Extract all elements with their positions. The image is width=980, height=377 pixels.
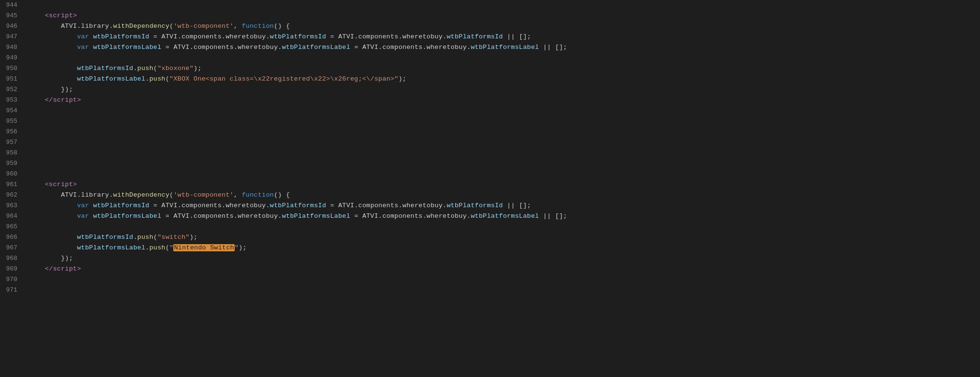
line-content: wtbPlatformsId.push("xboxone"); — [25, 63, 980, 74]
line-number: 966 — [0, 232, 25, 243]
line-number: 948 — [0, 42, 25, 53]
line-number: 950 — [0, 63, 25, 74]
line-content — [25, 222, 980, 232]
line-content: </script> — [25, 95, 980, 106]
line-content — [25, 148, 980, 158]
line-content: </script> — [25, 264, 980, 274]
code-line: 951 wtbPlatformsLabel.push("XBOX One<spa… — [0, 74, 980, 84]
line-content: }); — [25, 253, 980, 264]
code-line: 962 ATVI.library.withDependency('wtb-com… — [0, 190, 980, 200]
code-line: 950 wtbPlatformsId.push("xboxone"); — [0, 63, 980, 74]
line-content: <script> — [25, 11, 980, 21]
line-content — [25, 137, 980, 148]
code-line: 965 — [0, 222, 980, 232]
line-content: wtbPlatformsLabel.push("Nintendo Switch"… — [25, 243, 980, 253]
code-line: 944 — [0, 0, 980, 11]
line-number: 953 — [0, 95, 25, 106]
line-number: 970 — [0, 274, 25, 285]
line-number: 960 — [0, 169, 25, 179]
code-line: 969 </script> — [0, 264, 980, 274]
line-number: 968 — [0, 253, 25, 264]
code-line: 964 var wtbPlatformsLabel = ATVI.compone… — [0, 211, 980, 222]
line-content — [25, 285, 980, 295]
line-content: var wtbPlatformsId = ATVI.components.whe… — [25, 200, 980, 211]
line-content — [25, 106, 980, 116]
line-content — [25, 127, 980, 137]
line-content: wtbPlatformsLabel.push("XBOX One<span cl… — [25, 74, 980, 84]
code-line: 955 — [0, 116, 980, 127]
code-line: 953 </script> — [0, 95, 980, 106]
code-line: 961 <script> — [0, 179, 980, 190]
code-line-967: 967 wtbPlatformsLabel.push("Nintendo Swi… — [0, 243, 980, 253]
highlighted-text: Nintendo Switch — [173, 244, 235, 251]
line-number: 959 — [0, 158, 25, 169]
line-content: wtbPlatformsId.push("switch"); — [25, 232, 980, 243]
code-line: 945 <script> — [0, 11, 980, 21]
line-number: 951 — [0, 74, 25, 84]
line-content: var wtbPlatformsId = ATVI.components.whe… — [25, 32, 980, 42]
code-line: 956 — [0, 127, 980, 137]
line-content: <script> — [25, 179, 980, 190]
line-content — [25, 53, 980, 63]
line-number: 952 — [0, 84, 25, 95]
code-line: 954 — [0, 106, 980, 116]
code-line: 968 }); — [0, 253, 980, 264]
code-line: 957 — [0, 137, 980, 148]
line-content — [25, 274, 980, 285]
line-content: ATVI.library.withDependency('wtb-compone… — [25, 190, 980, 200]
line-number: 949 — [0, 53, 25, 63]
line-number: 958 — [0, 148, 25, 158]
code-line: 971 — [0, 285, 980, 295]
line-number: 961 — [0, 179, 25, 190]
line-content — [25, 169, 980, 179]
line-content — [25, 0, 980, 11]
code-line: 959 — [0, 158, 980, 169]
line-number: 954 — [0, 106, 25, 116]
code-line: 952 }); — [0, 84, 980, 95]
line-number: 944 — [0, 0, 25, 11]
line-number: 963 — [0, 200, 25, 211]
code-line: 960 — [0, 169, 980, 179]
code-line: 949 — [0, 53, 980, 63]
line-number: 947 — [0, 32, 25, 42]
line-number: 964 — [0, 211, 25, 222]
code-line: 947 var wtbPlatformsId = ATVI.components… — [0, 32, 980, 42]
line-content: ATVI.library.withDependency('wtb-compone… — [25, 21, 980, 32]
code-line: 970 — [0, 274, 980, 285]
line-number: 965 — [0, 222, 25, 232]
line-number: 956 — [0, 127, 25, 137]
line-number: 971 — [0, 285, 25, 295]
line-number: 962 — [0, 190, 25, 200]
code-line: 948 var wtbPlatformsLabel = ATVI.compone… — [0, 42, 980, 53]
code-lines: 944 945 <script> 946 ATVI.library.withDe… — [0, 0, 980, 295]
line-number: 955 — [0, 116, 25, 127]
code-editor: 944 945 <script> 946 ATVI.library.withDe… — [0, 0, 980, 377]
line-number: 969 — [0, 264, 25, 274]
line-content: var wtbPlatformsLabel = ATVI.components.… — [25, 42, 980, 53]
code-line: 963 var wtbPlatformsId = ATVI.components… — [0, 200, 980, 211]
line-content — [25, 158, 980, 169]
line-number: 946 — [0, 21, 25, 32]
line-number: 957 — [0, 137, 25, 148]
line-content: var wtbPlatformsLabel = ATVI.components.… — [25, 211, 980, 222]
line-number: 967 — [0, 243, 25, 253]
code-line: 966 wtbPlatformsId.push("switch"); — [0, 232, 980, 243]
code-line: 958 — [0, 148, 980, 158]
line-number: 945 — [0, 11, 25, 21]
line-content — [25, 116, 980, 127]
line-content: }); — [25, 84, 980, 95]
code-line: 946 ATVI.library.withDependency('wtb-com… — [0, 21, 980, 32]
